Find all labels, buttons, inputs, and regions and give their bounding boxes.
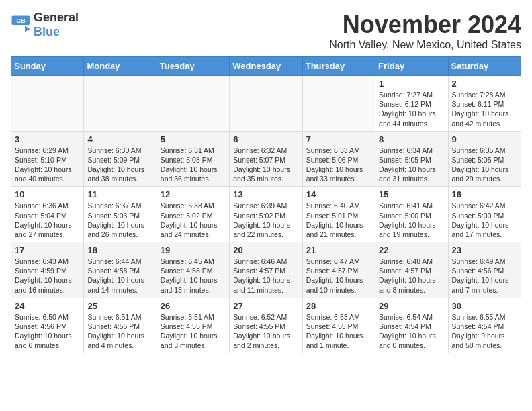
- day-number: 16: [452, 189, 517, 199]
- day-number: 3: [15, 134, 80, 144]
- day-number: 1: [379, 79, 444, 89]
- day-info: Sunrise: 6:39 AM Sunset: 5:02 PM Dayligh…: [233, 201, 298, 239]
- calendar-cell: 11Sunrise: 6:37 AM Sunset: 5:03 PM Dayli…: [84, 187, 157, 242]
- day-info: Sunrise: 6:29 AM Sunset: 5:10 PM Dayligh…: [15, 146, 80, 184]
- logo-blue: Blue: [34, 25, 60, 38]
- calendar-cell: 17Sunrise: 6:43 AM Sunset: 4:59 PM Dayli…: [11, 242, 84, 298]
- day-number: 14: [306, 189, 371, 199]
- calendar-cell: 5Sunrise: 6:31 AM Sunset: 5:08 PM Daylig…: [157, 131, 229, 187]
- weekday-header-saturday: Saturday: [448, 57, 521, 76]
- day-info: Sunrise: 6:51 AM Sunset: 4:55 PM Dayligh…: [161, 312, 226, 351]
- calendar-cell: 18Sunrise: 6:44 AM Sunset: 4:58 PM Dayli…: [84, 242, 157, 298]
- day-number: 19: [161, 245, 226, 255]
- logo-general: General: [34, 11, 79, 24]
- day-info: Sunrise: 6:42 AM Sunset: 5:00 PM Dayligh…: [452, 201, 517, 239]
- calendar-table: SundayMondayTuesdayWednesdayThursdayFrid…: [11, 56, 521, 353]
- day-info: Sunrise: 6:36 AM Sunset: 5:04 PM Dayligh…: [15, 201, 80, 239]
- calendar-cell: 4Sunrise: 6:30 AM Sunset: 5:09 PM Daylig…: [84, 131, 157, 187]
- day-number: 23: [452, 245, 517, 255]
- day-number: 27: [233, 301, 298, 311]
- svg-marker-2: [25, 26, 30, 32]
- day-number: 30: [452, 301, 517, 311]
- calendar-cell: 8Sunrise: 6:34 AM Sunset: 5:05 PM Daylig…: [375, 131, 448, 187]
- day-info: Sunrise: 6:45 AM Sunset: 4:58 PM Dayligh…: [161, 257, 226, 295]
- calendar-cell: 19Sunrise: 6:45 AM Sunset: 4:58 PM Dayli…: [157, 242, 229, 298]
- day-number: 6: [233, 134, 298, 144]
- day-info: Sunrise: 6:41 AM Sunset: 5:00 PM Dayligh…: [379, 201, 444, 239]
- calendar-cell: 25Sunrise: 6:51 AM Sunset: 4:55 PM Dayli…: [84, 298, 157, 353]
- day-number: 21: [306, 245, 371, 255]
- calendar-cell: 29Sunrise: 6:54 AM Sunset: 4:54 PM Dayli…: [375, 298, 448, 353]
- weekday-header-tuesday: Tuesday: [157, 57, 229, 76]
- day-info: Sunrise: 6:32 AM Sunset: 5:07 PM Dayligh…: [233, 146, 298, 184]
- day-number: 10: [15, 189, 80, 199]
- calendar-week-row: 10Sunrise: 6:36 AM Sunset: 5:04 PM Dayli…: [11, 187, 521, 242]
- month-title: November 2024: [329, 11, 521, 39]
- calendar-cell: [11, 76, 84, 132]
- calendar-cell: 2Sunrise: 7:28 AM Sunset: 6:11 PM Daylig…: [448, 76, 521, 132]
- calendar-cell: 9Sunrise: 6:35 AM Sunset: 5:05 PM Daylig…: [448, 131, 521, 187]
- location-title: North Valley, New Mexico, United States: [329, 39, 521, 51]
- calendar-cell: 24Sunrise: 6:50 AM Sunset: 4:56 PM Dayli…: [11, 298, 84, 353]
- calendar-cell: 15Sunrise: 6:41 AM Sunset: 5:00 PM Dayli…: [375, 187, 448, 242]
- calendar-cell: 10Sunrise: 6:36 AM Sunset: 5:04 PM Dayli…: [11, 187, 84, 242]
- day-number: 28: [306, 301, 371, 311]
- day-number: 29: [379, 301, 444, 311]
- weekday-header-thursday: Thursday: [302, 57, 375, 76]
- day-number: 20: [233, 245, 298, 255]
- day-info: Sunrise: 6:48 AM Sunset: 4:57 PM Dayligh…: [379, 257, 444, 295]
- calendar-cell: [230, 76, 302, 132]
- calendar-cell: 1Sunrise: 7:27 AM Sunset: 6:12 PM Daylig…: [375, 76, 448, 132]
- calendar-cell: 26Sunrise: 6:51 AM Sunset: 4:55 PM Dayli…: [157, 298, 229, 353]
- svg-text:GB: GB: [16, 17, 26, 24]
- calendar-cell: 20Sunrise: 6:46 AM Sunset: 4:57 PM Dayli…: [230, 242, 302, 298]
- day-info: Sunrise: 6:34 AM Sunset: 5:05 PM Dayligh…: [379, 146, 444, 184]
- calendar-cell: 30Sunrise: 6:55 AM Sunset: 4:54 PM Dayli…: [448, 298, 521, 353]
- day-number: 13: [233, 189, 298, 199]
- logo-text: General Blue: [34, 11, 79, 39]
- day-number: 11: [87, 189, 152, 199]
- day-info: Sunrise: 6:31 AM Sunset: 5:08 PM Dayligh…: [161, 146, 226, 184]
- calendar-cell: 7Sunrise: 6:33 AM Sunset: 5:06 PM Daylig…: [302, 131, 375, 187]
- day-number: 26: [161, 301, 226, 311]
- title-area: November 2024 North Valley, New Mexico, …: [329, 11, 521, 51]
- day-info: Sunrise: 6:49 AM Sunset: 4:56 PM Dayligh…: [452, 257, 517, 295]
- day-number: 18: [87, 245, 152, 255]
- day-info: Sunrise: 6:53 AM Sunset: 4:55 PM Dayligh…: [306, 312, 371, 351]
- day-info: Sunrise: 7:28 AM Sunset: 6:11 PM Dayligh…: [452, 90, 517, 128]
- day-number: 22: [379, 245, 444, 255]
- calendar-cell: 6Sunrise: 6:32 AM Sunset: 5:07 PM Daylig…: [230, 131, 302, 187]
- calendar-cell: 12Sunrise: 6:38 AM Sunset: 5:02 PM Dayli…: [157, 187, 229, 242]
- logo-icon: GB: [11, 15, 31, 35]
- calendar-cell: [157, 76, 229, 132]
- day-number: 9: [452, 134, 517, 144]
- day-number: 2: [452, 79, 517, 89]
- weekday-header-wednesday: Wednesday: [230, 57, 302, 76]
- day-info: Sunrise: 6:33 AM Sunset: 5:06 PM Dayligh…: [306, 146, 371, 184]
- calendar-cell: 21Sunrise: 6:47 AM Sunset: 4:57 PM Dayli…: [302, 242, 375, 298]
- day-info: Sunrise: 6:43 AM Sunset: 4:59 PM Dayligh…: [15, 257, 80, 295]
- day-info: Sunrise: 6:30 AM Sunset: 5:09 PM Dayligh…: [87, 146, 152, 184]
- day-info: Sunrise: 6:35 AM Sunset: 5:05 PM Dayligh…: [452, 146, 517, 184]
- day-info: Sunrise: 6:54 AM Sunset: 4:54 PM Dayligh…: [379, 312, 444, 351]
- calendar-cell: 13Sunrise: 6:39 AM Sunset: 5:02 PM Dayli…: [230, 187, 302, 242]
- day-info: Sunrise: 7:27 AM Sunset: 6:12 PM Dayligh…: [379, 90, 444, 128]
- day-number: 15: [379, 189, 444, 199]
- weekday-header-sunday: Sunday: [11, 57, 84, 76]
- day-info: Sunrise: 6:46 AM Sunset: 4:57 PM Dayligh…: [233, 257, 298, 295]
- calendar-cell: 28Sunrise: 6:53 AM Sunset: 4:55 PM Dayli…: [302, 298, 375, 353]
- calendar-week-row: 24Sunrise: 6:50 AM Sunset: 4:56 PM Dayli…: [11, 298, 521, 353]
- calendar-cell: 14Sunrise: 6:40 AM Sunset: 5:01 PM Dayli…: [302, 187, 375, 242]
- logo: GB General Blue: [11, 11, 79, 39]
- day-info: Sunrise: 6:50 AM Sunset: 4:56 PM Dayligh…: [15, 312, 80, 351]
- day-info: Sunrise: 6:44 AM Sunset: 4:58 PM Dayligh…: [87, 257, 152, 295]
- day-number: 24: [15, 301, 80, 311]
- day-number: 7: [306, 134, 371, 144]
- weekday-header-row: SundayMondayTuesdayWednesdayThursdayFrid…: [11, 57, 521, 76]
- calendar-week-row: 17Sunrise: 6:43 AM Sunset: 4:59 PM Dayli…: [11, 242, 521, 298]
- day-number: 5: [161, 134, 226, 144]
- day-info: Sunrise: 6:52 AM Sunset: 4:55 PM Dayligh…: [233, 312, 298, 351]
- header: GB General Blue November 2024 North Vall…: [11, 11, 521, 51]
- day-number: 12: [161, 189, 226, 199]
- calendar-cell: [302, 76, 375, 132]
